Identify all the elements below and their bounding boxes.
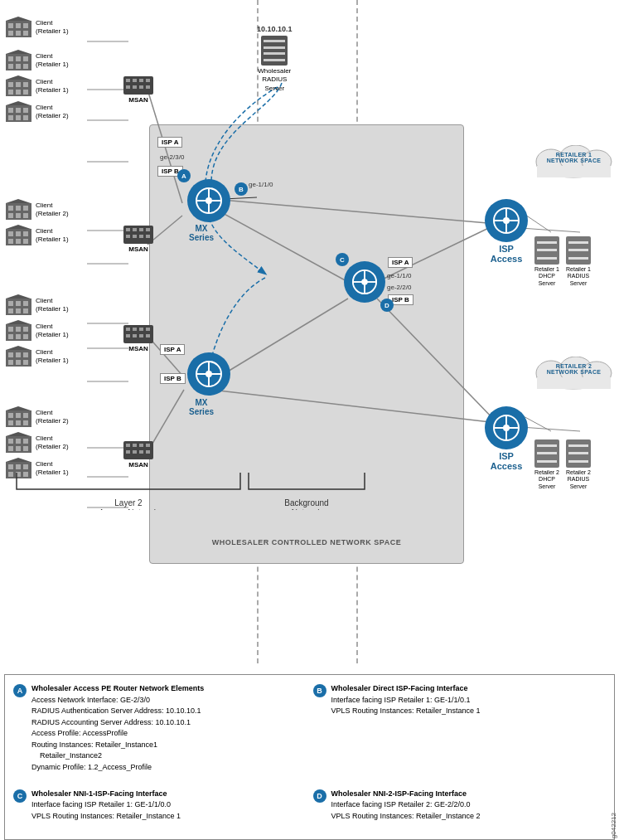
- svg-rect-114: [8, 334, 13, 339]
- svg-marker-34: [6, 17, 31, 21]
- legend-item-b: B Wholesaler Direct ISP-Facing Interface…: [313, 683, 607, 782]
- svg-rect-79: [16, 206, 21, 211]
- svg-rect-123: [16, 360, 21, 365]
- svg-rect-105: [23, 301, 28, 306]
- svg-rect-86: [8, 231, 13, 236]
- isp-a-badge-c: ISP A: [388, 257, 413, 268]
- brace-svg: Layer 2 Access Network Background Networ…: [0, 464, 398, 510]
- svg-rect-69: [126, 228, 130, 231]
- legend-item-a: A Wholesaler Access PE Router Network El…: [13, 683, 307, 782]
- svg-rect-65: [16, 115, 21, 120]
- node-c: C: [344, 261, 385, 303]
- isp-a-badge-mx2: ISP A: [160, 344, 185, 355]
- svg-marker-142: [6, 406, 31, 410]
- svg-text:Network: Network: [292, 508, 323, 510]
- svg-rect-29: [16, 23, 21, 28]
- svg-marker-125: [6, 346, 31, 350]
- svg-rect-53: [8, 82, 13, 87]
- legend-badge-d: D: [313, 789, 326, 803]
- legend-text-d: Wholesaler NNI-2-ISP-Facing Interface In…: [331, 789, 481, 823]
- radius-ip: 10.10.10.1: [257, 25, 293, 33]
- svg-rect-37: [133, 79, 137, 82]
- svg-rect-100: [139, 334, 143, 337]
- svg-rect-188: [537, 377, 611, 389]
- svg-rect-78: [8, 206, 13, 211]
- clients-middle: Client(Retailer 2) Client(Retailer 1): [4, 199, 69, 246]
- isp-b-badge-mx2: ISP B: [160, 373, 186, 384]
- legend: A Wholesaler Access PE Router Network El…: [4, 674, 615, 840]
- retailer2-servers: Retailer 2DHCPServer Retailer 2RADIUSSer…: [534, 439, 591, 490]
- svg-rect-38: [139, 79, 143, 82]
- svg-marker-109: [6, 294, 31, 299]
- svg-rect-58: [23, 90, 28, 95]
- svg-rect-49: [16, 64, 21, 69]
- mx2-label: MXSeries: [189, 398, 214, 416]
- radius-label: WholesalerRADIUSServer: [257, 67, 293, 93]
- svg-rect-115: [16, 334, 21, 339]
- svg-rect-144: [8, 439, 13, 444]
- retailer2-dhcp: Retailer 2DHCPServer: [534, 469, 559, 490]
- isp-a-badge-mx1: ISP A: [157, 137, 182, 148]
- clients-left: Client(Retailer 1) Client(Retailer 1) Cl…: [4, 50, 69, 123]
- mx2-node: [187, 352, 230, 396]
- svg-line-23: [520, 228, 580, 232]
- svg-rect-80: [23, 206, 28, 211]
- svg-rect-119: [8, 352, 13, 357]
- svg-rect-81: [8, 213, 13, 218]
- ge-label-mx1: ge-2/3/0: [160, 153, 184, 161]
- msan-icon: [123, 75, 154, 96]
- ge-c-2: ge-2/2/0: [387, 284, 411, 291]
- building-icon: [4, 17, 33, 38]
- svg-rect-129: [139, 444, 143, 447]
- svg-rect-183: [537, 166, 611, 177]
- svg-rect-101: [146, 334, 150, 337]
- svg-rect-139: [8, 420, 13, 425]
- client-label: Client(Retailer 1): [36, 19, 69, 35]
- node-d-badge: D: [380, 299, 394, 312]
- diagram-area: WHOLESALER CONTROLLED NETWORK SPACE: [0, 0, 619, 663]
- svg-text:Layer 2: Layer 2: [114, 498, 143, 507]
- isp-access-bottom-label: ISPAccess: [491, 451, 523, 471]
- svg-point-178: [503, 425, 510, 431]
- svg-rect-28: [8, 23, 13, 28]
- svg-rect-61: [8, 108, 13, 113]
- retailer2-cloud-label: RETAILER 2NETWORK SPACE: [534, 363, 613, 375]
- isp-access-bottom: ISPAccess: [485, 406, 528, 471]
- svg-rect-111: [8, 327, 13, 332]
- svg-rect-97: [146, 328, 150, 331]
- svg-marker-51: [6, 50, 31, 54]
- svg-rect-41: [133, 85, 137, 89]
- svg-rect-140: [16, 420, 21, 425]
- svg-rect-148: [16, 446, 21, 451]
- svg-rect-43: [146, 85, 150, 89]
- svg-rect-89: [8, 239, 13, 244]
- svg-rect-45: [8, 56, 13, 61]
- svg-rect-76: [146, 235, 150, 238]
- svg-rect-124: [23, 360, 28, 365]
- retailer2-cloud: RETAILER 2NETWORK SPACE: [534, 357, 613, 391]
- svg-rect-87: [16, 231, 21, 236]
- svg-rect-73: [126, 235, 130, 238]
- svg-rect-39: [146, 79, 150, 82]
- svg-rect-147: [8, 446, 13, 451]
- svg-point-174: [503, 217, 510, 224]
- svg-rect-50: [23, 64, 28, 69]
- msan-group-1: MSAN: [123, 75, 154, 104]
- legend-badge-b: B: [313, 684, 326, 697]
- svg-marker-84: [6, 199, 31, 203]
- ge-c-1: ge-1/1/0: [387, 272, 411, 279]
- svg-rect-64: [8, 115, 13, 120]
- svg-rect-141: [23, 420, 28, 425]
- isp-access-top-label: ISPAccess: [491, 244, 523, 264]
- wholesaler-label: WHOLESALER CONTROLLED NETWORK SPACE: [212, 538, 401, 546]
- svg-text:Access Network: Access Network: [99, 508, 159, 510]
- svg-rect-149: [23, 446, 28, 451]
- svg-rect-103: [8, 301, 13, 306]
- svg-marker-67: [6, 101, 31, 105]
- svg-marker-158: [6, 458, 31, 462]
- client-group-top: Client(Retailer 1): [4, 17, 69, 38]
- svg-rect-104: [16, 301, 21, 306]
- svg-rect-47: [23, 56, 28, 61]
- svg-rect-133: [139, 450, 143, 454]
- svg-rect-106: [8, 308, 13, 313]
